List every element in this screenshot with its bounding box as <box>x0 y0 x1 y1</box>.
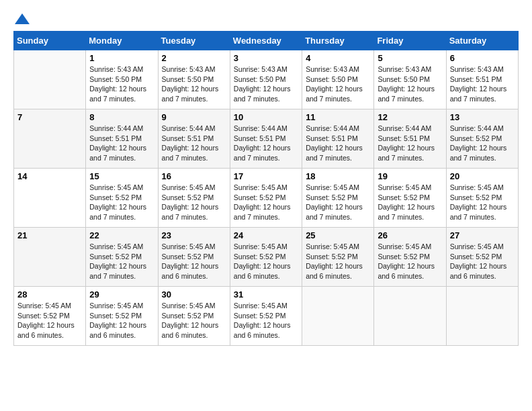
calendar-cell: 22Sunrise: 5:45 AM Sunset: 5:52 PM Dayli… <box>86 228 158 287</box>
day-number: 21 <box>17 230 82 240</box>
calendar-cell: 8Sunrise: 5:44 AM Sunset: 5:51 PM Daylig… <box>86 109 158 169</box>
calendar-cell: 17Sunrise: 5:45 AM Sunset: 5:52 PM Dayli… <box>230 169 302 228</box>
day-info: Sunrise: 5:44 AM Sunset: 5:51 PM Dayligh… <box>162 124 226 163</box>
calendar-week-row: 1415Sunrise: 5:45 AM Sunset: 5:52 PM Day… <box>14 169 519 228</box>
calendar-week-row: 2122Sunrise: 5:45 AM Sunset: 5:52 PM Day… <box>14 228 519 287</box>
calendar-cell <box>374 287 446 346</box>
calendar-cell: 18Sunrise: 5:45 AM Sunset: 5:52 PM Dayli… <box>302 169 374 228</box>
day-info: Sunrise: 5:45 AM Sunset: 5:52 PM Dayligh… <box>162 183 226 222</box>
day-number: 24 <box>234 230 298 240</box>
calendar-cell: 16Sunrise: 5:45 AM Sunset: 5:52 PM Dayli… <box>158 169 230 228</box>
day-number: 6 <box>450 53 515 63</box>
day-info: Sunrise: 5:44 AM Sunset: 5:51 PM Dayligh… <box>378 124 442 163</box>
calendar-cell: 26Sunrise: 5:45 AM Sunset: 5:52 PM Dayli… <box>374 228 446 287</box>
calendar-cell: 6Sunrise: 5:43 AM Sunset: 5:51 PM Daylig… <box>446 50 518 109</box>
weekday-header-saturday: Saturday <box>446 32 518 50</box>
calendar-cell: 2Sunrise: 5:43 AM Sunset: 5:50 PM Daylig… <box>158 50 230 109</box>
day-info: Sunrise: 5:43 AM Sunset: 5:50 PM Dayligh… <box>378 64 442 104</box>
day-number: 1 <box>89 53 154 63</box>
calendar-cell: 27Sunrise: 5:45 AM Sunset: 5:52 PM Dayli… <box>446 228 518 287</box>
weekday-header-thursday: Thursday <box>302 32 374 50</box>
day-info: Sunrise: 5:45 AM Sunset: 5:52 PM Dayligh… <box>378 242 442 281</box>
day-number: 9 <box>162 112 226 122</box>
calendar-cell: 15Sunrise: 5:45 AM Sunset: 5:52 PM Dayli… <box>86 169 158 228</box>
calendar-cell: 14 <box>14 169 86 228</box>
day-number: 27 <box>450 230 515 240</box>
day-number: 4 <box>306 53 370 63</box>
day-info: Sunrise: 5:43 AM Sunset: 5:51 PM Dayligh… <box>450 64 515 104</box>
calendar-cell: 11Sunrise: 5:44 AM Sunset: 5:51 PM Dayli… <box>302 109 374 169</box>
calendar-cell: 31Sunrise: 5:45 AM Sunset: 5:52 PM Dayli… <box>230 287 302 346</box>
day-number: 11 <box>306 112 370 122</box>
day-number: 8 <box>89 112 154 122</box>
day-info: Sunrise: 5:43 AM Sunset: 5:50 PM Dayligh… <box>234 64 298 104</box>
calendar-cell: 28Sunrise: 5:45 AM Sunset: 5:52 PM Dayli… <box>14 287 86 346</box>
day-info: Sunrise: 5:45 AM Sunset: 5:52 PM Dayligh… <box>378 183 442 222</box>
calendar-week-row: 28Sunrise: 5:45 AM Sunset: 5:52 PM Dayli… <box>14 287 519 346</box>
calendar-cell: 1Sunrise: 5:43 AM Sunset: 5:50 PM Daylig… <box>86 50 158 109</box>
calendar-cell <box>446 287 518 346</box>
calendar-cell: 9Sunrise: 5:44 AM Sunset: 5:51 PM Daylig… <box>158 109 230 169</box>
day-number: 28 <box>17 289 82 300</box>
weekday-header-wednesday: Wednesday <box>230 32 302 50</box>
day-info: Sunrise: 5:45 AM Sunset: 5:52 PM Dayligh… <box>306 183 370 222</box>
logo-icon <box>15 13 30 24</box>
weekday-header-friday: Friday <box>374 32 446 50</box>
day-info: Sunrise: 5:45 AM Sunset: 5:52 PM Dayligh… <box>162 301 226 340</box>
day-number: 13 <box>450 112 515 122</box>
calendar-week-row: 1Sunrise: 5:43 AM Sunset: 5:50 PM Daylig… <box>14 50 519 109</box>
day-number: 23 <box>162 230 226 240</box>
day-info: Sunrise: 5:45 AM Sunset: 5:52 PM Dayligh… <box>89 242 154 281</box>
day-number: 30 <box>162 289 226 300</box>
calendar-cell: 23Sunrise: 5:45 AM Sunset: 5:52 PM Dayli… <box>158 228 230 287</box>
day-info: Sunrise: 5:45 AM Sunset: 5:52 PM Dayligh… <box>234 242 298 281</box>
day-number: 17 <box>234 171 298 181</box>
day-number: 19 <box>378 171 442 181</box>
svg-marker-0 <box>15 13 30 24</box>
calendar-cell: 29Sunrise: 5:45 AM Sunset: 5:52 PM Dayli… <box>86 287 158 346</box>
day-info: Sunrise: 5:45 AM Sunset: 5:52 PM Dayligh… <box>306 242 370 281</box>
weekday-header-tuesday: Tuesday <box>158 32 230 50</box>
day-number: 18 <box>306 171 370 181</box>
day-info: Sunrise: 5:44 AM Sunset: 5:51 PM Dayligh… <box>234 124 298 163</box>
day-info: Sunrise: 5:45 AM Sunset: 5:52 PM Dayligh… <box>234 183 298 222</box>
calendar-cell: 5Sunrise: 5:43 AM Sunset: 5:50 PM Daylig… <box>374 50 446 109</box>
day-info: Sunrise: 5:45 AM Sunset: 5:52 PM Dayligh… <box>450 242 515 281</box>
day-number: 22 <box>89 230 154 240</box>
day-info: Sunrise: 5:44 AM Sunset: 5:51 PM Dayligh… <box>306 124 370 163</box>
day-info: Sunrise: 5:45 AM Sunset: 5:52 PM Dayligh… <box>234 301 298 340</box>
calendar-cell: 19Sunrise: 5:45 AM Sunset: 5:52 PM Dayli… <box>374 169 446 228</box>
calendar-cell: 4Sunrise: 5:43 AM Sunset: 5:50 PM Daylig… <box>302 50 374 109</box>
calendar-cell: 7 <box>14 109 86 169</box>
day-info: Sunrise: 5:43 AM Sunset: 5:50 PM Dayligh… <box>306 64 370 104</box>
day-number: 14 <box>17 171 82 181</box>
day-info: Sunrise: 5:43 AM Sunset: 5:50 PM Dayligh… <box>162 64 226 104</box>
day-number: 3 <box>234 53 298 63</box>
calendar-cell: 12Sunrise: 5:44 AM Sunset: 5:51 PM Dayli… <box>374 109 446 169</box>
calendar-cell: 13Sunrise: 5:44 AM Sunset: 5:52 PM Dayli… <box>446 109 518 169</box>
calendar-cell: 20Sunrise: 5:45 AM Sunset: 5:52 PM Dayli… <box>446 169 518 228</box>
day-info: Sunrise: 5:43 AM Sunset: 5:50 PM Dayligh… <box>89 64 154 104</box>
calendar-cell: 3Sunrise: 5:43 AM Sunset: 5:50 PM Daylig… <box>230 50 302 109</box>
calendar-cell: 10Sunrise: 5:44 AM Sunset: 5:51 PM Dayli… <box>230 109 302 169</box>
day-info: Sunrise: 5:44 AM Sunset: 5:52 PM Dayligh… <box>450 124 515 163</box>
day-info: Sunrise: 5:45 AM Sunset: 5:52 PM Dayligh… <box>162 242 226 281</box>
page-header <box>13 13 519 24</box>
day-number: 7 <box>17 112 82 122</box>
day-number: 5 <box>378 53 442 63</box>
calendar-cell <box>14 50 86 109</box>
day-number: 10 <box>234 112 298 122</box>
weekday-header-monday: Monday <box>86 32 158 50</box>
day-info: Sunrise: 5:45 AM Sunset: 5:52 PM Dayligh… <box>450 183 515 222</box>
calendar-table: SundayMondayTuesdayWednesdayThursdayFrid… <box>13 31 519 346</box>
day-number: 20 <box>450 171 515 181</box>
day-number: 2 <box>162 53 226 63</box>
day-number: 25 <box>306 230 370 240</box>
calendar-cell <box>302 287 374 346</box>
calendar-week-row: 78Sunrise: 5:44 AM Sunset: 5:51 PM Dayli… <box>14 109 519 169</box>
day-info: Sunrise: 5:45 AM Sunset: 5:52 PM Dayligh… <box>89 301 154 340</box>
day-info: Sunrise: 5:44 AM Sunset: 5:51 PM Dayligh… <box>89 124 154 163</box>
logo <box>13 13 31 24</box>
day-info: Sunrise: 5:45 AM Sunset: 5:52 PM Dayligh… <box>17 301 82 340</box>
calendar-cell: 30Sunrise: 5:45 AM Sunset: 5:52 PM Dayli… <box>158 287 230 346</box>
